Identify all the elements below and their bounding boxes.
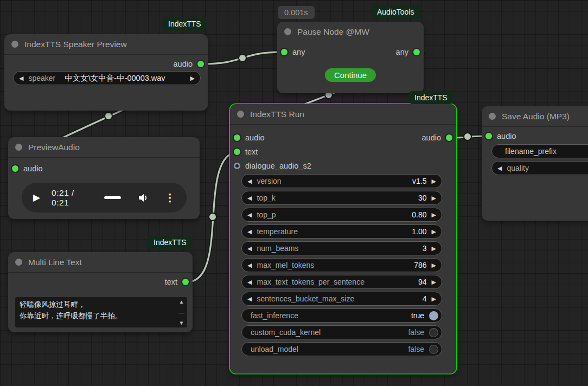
scroll-up-icon[interactable]: ▲ (179, 299, 184, 305)
input-slot-audio[interactable]: audio (485, 130, 516, 142)
increment-arrow-icon[interactable]: ▶ (432, 228, 436, 235)
decrement-arrow-icon[interactable]: ◀ (247, 195, 252, 202)
input-dot-icon[interactable] (234, 134, 240, 141)
output-dot-icon[interactable] (413, 49, 420, 55)
input-slot-label: text (245, 147, 258, 156)
collapse-dot-icon[interactable] (11, 41, 18, 48)
output-slot-label: any (396, 48, 408, 56)
collapse-dot-icon[interactable] (489, 113, 496, 120)
input-slot-any[interactable]: any (281, 46, 305, 58)
input-slot-audio[interactable]: audio (12, 163, 42, 175)
widget-unload_model-toggle[interactable]: unload_model false (241, 342, 442, 356)
node-header: Save Audio (MP3) (482, 106, 588, 127)
widget-fast_inference-toggle[interactable]: fast_inference true (241, 308, 442, 323)
increment-arrow-icon[interactable]: ▶ (432, 279, 436, 286)
node-header: Pause Node @MW (277, 22, 424, 42)
play-icon[interactable]: ▶ (33, 192, 40, 203)
output-dot-icon[interactable] (446, 134, 452, 141)
output-dot-icon[interactable] (197, 61, 204, 67)
toggle-off-icon[interactable] (429, 345, 438, 354)
decrement-arrow-icon[interactable]: ◀ (19, 75, 23, 82)
input-slot-label: audio (245, 133, 264, 142)
output-slot-label: audio (174, 60, 193, 68)
decrement-arrow-icon[interactable]: ◀ (247, 211, 252, 218)
widget-speaker[interactable]: ◀ speaker 中文女\女中音-中-00003.wav ▶ (13, 71, 201, 85)
widget-version[interactable]: ◀ version v1.5 ▶ (241, 174, 442, 188)
output-slot-audio[interactable]: audio (422, 132, 452, 144)
node-header: IndexTTS Speaker Preview (4, 34, 208, 55)
continue-button[interactable]: Continue (325, 68, 376, 82)
toggle-off-icon[interactable] (429, 328, 438, 337)
node-indextts-run[interactable]: IndexTTS Run audio text dialogue_audio_s… (230, 104, 456, 374)
scroll-down-icon[interactable]: ▼ (179, 320, 184, 326)
node-badge-indextts-run: IndexTTS (408, 91, 453, 104)
node-graph-canvas[interactable]: { "icons": { "left_arrow": "◀", "right_a… (0, 0, 588, 386)
decrement-arrow-icon[interactable]: ◀ (497, 165, 502, 172)
increment-arrow-icon[interactable]: ▶ (432, 245, 436, 252)
output-slot-audio[interactable]: audio (174, 58, 204, 70)
increment-arrow-icon[interactable]: ▶ (190, 75, 195, 82)
widget-max_text_tokens_per_sentence[interactable]: ◀ max_text_tokens_per_sentence 94 ▶ (241, 275, 442, 289)
collapse-dot-icon[interactable] (15, 259, 22, 266)
node-title: IndexTTS Run (250, 110, 304, 119)
input-slot-dialogue-audio-s2[interactable]: dialogue_audio_s2 (234, 160, 311, 172)
toggle-on-icon[interactable] (429, 311, 438, 320)
widget-custom_cuda_kernel-toggle[interactable]: custom_cuda_kernel false (241, 325, 442, 339)
volume-icon[interactable] (137, 192, 149, 203)
input-slot-label: audio (497, 132, 516, 140)
node-title: Save Audio (MP3) (502, 112, 570, 121)
node-badge-indextts-speaker: IndexTTS (162, 17, 207, 30)
increment-arrow-icon[interactable]: ▶ (432, 195, 436, 202)
audio-player: ▶ 0:21 / 0:21 ⋮ (22, 183, 187, 213)
decrement-arrow-icon[interactable]: ◀ (247, 279, 252, 286)
decrement-arrow-icon[interactable]: ◀ (247, 245, 252, 252)
widget-temperature[interactable]: ◀ temperature 1.00 ▶ (241, 224, 442, 239)
collapse-dot-icon[interactable] (284, 28, 291, 35)
output-slot-any[interactable]: any (396, 46, 420, 58)
node-pause[interactable]: Pause Node @MW any any Continue (277, 22, 424, 93)
node-header: Multi Line Text (8, 252, 193, 273)
multiline-text-input[interactable]: 轻喘像风掠过耳畔， 你靠近时，连呼吸都慢了半拍。 (15, 297, 187, 327)
decrement-arrow-icon[interactable]: ◀ (247, 178, 252, 185)
output-dot-icon[interactable] (182, 279, 189, 285)
input-dot-icon[interactable] (12, 165, 18, 172)
input-dot-icon[interactable] (281, 49, 287, 55)
input-slot-audio[interactable]: audio (234, 132, 264, 144)
widget-speaker-value: 中文女\女中音-中-00003.wav (65, 73, 165, 83)
increment-arrow-icon[interactable]: ▶ (432, 262, 436, 269)
collapse-dot-icon[interactable] (237, 111, 244, 118)
node-preview-audio[interactable]: PreviewAudio audio ▶ 0:21 / 0:21 ⋮ (8, 137, 200, 219)
input-dot-unconnected-icon[interactable] (234, 163, 240, 169)
output-slot-text[interactable]: text (165, 276, 189, 288)
widget-filename_prefix[interactable]: filename_prefix (491, 144, 588, 158)
widget-num_beams[interactable]: ◀ num_beams 3 ▶ (241, 241, 442, 255)
widget-top_p[interactable]: ◀ top_p 0.80 ▶ (241, 208, 442, 222)
widget-max_mel_tokens[interactable]: ◀ max_mel_tokens 786 ▶ (241, 258, 442, 272)
input-slot-label: audio (23, 164, 42, 173)
player-progress-bar[interactable] (104, 196, 121, 199)
collapse-dot-icon[interactable] (15, 144, 22, 151)
decrement-arrow-icon[interactable]: ◀ (247, 262, 252, 269)
node-indextts-speaker-preview[interactable]: IndexTTS Speaker Preview audio ◀ speaker… (4, 34, 208, 111)
node-badge-audiotools: AudioTools (371, 5, 420, 18)
scroll-thumb-icon[interactable]: — (178, 309, 184, 316)
output-slot-label: audio (422, 133, 441, 142)
node-title: IndexTTS Speaker Preview (24, 40, 127, 49)
input-slot-text[interactable]: text (234, 146, 258, 158)
node-save-audio-mp3[interactable]: Save Audio (MP3) audio filename_prefix ◀… (482, 106, 588, 221)
input-dot-icon[interactable] (485, 133, 492, 139)
decrement-arrow-icon[interactable]: ◀ (247, 295, 252, 303)
increment-arrow-icon[interactable]: ▶ (432, 178, 436, 185)
node-header: IndexTTS Run (230, 104, 456, 125)
node-multi-line-text[interactable]: Multi Line Text text 轻喘像风掠过耳畔， 你靠近时，连呼吸都… (8, 252, 193, 332)
kebab-menu-icon[interactable]: ⋮ (165, 191, 175, 204)
input-dot-icon[interactable] (234, 149, 240, 155)
increment-arrow-icon[interactable]: ▶ (432, 295, 436, 303)
widget-top_k[interactable]: ◀ top_k 30 ▶ (241, 191, 442, 205)
textarea-scrollbar[interactable]: ▲ — ▼ (178, 299, 185, 326)
widget-quality[interactable]: ◀ quality (491, 161, 588, 175)
widget-sentences_bucket_max_size[interactable]: ◀ sentences_bucket_max_size 4 ▶ (241, 292, 442, 306)
node-badge-exec-time: 0.001s (278, 6, 315, 19)
increment-arrow-icon[interactable]: ▶ (432, 211, 436, 218)
decrement-arrow-icon[interactable]: ◀ (247, 228, 252, 235)
